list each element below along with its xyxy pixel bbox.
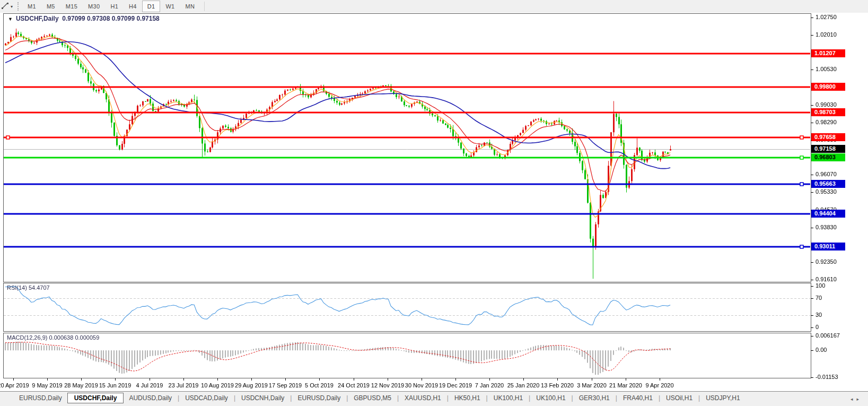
date-axis-label: 13 Feb 2020 — [541, 382, 574, 388]
date-axis-tickmark — [626, 378, 626, 381]
toolbar-grip-handle[interactable] — [17, 2, 19, 11]
macd-canvas[interactable] — [4, 333, 810, 378]
chart-tab-ger30-h1[interactable]: GER30,H1 — [574, 393, 615, 403]
level-price-box: 0.98703 — [811, 108, 845, 116]
date-axis-tickmark — [489, 378, 490, 381]
rsi-canvas[interactable] — [4, 283, 810, 331]
timeframe-button-d1[interactable]: D1 — [142, 1, 161, 12]
toolbar-separator — [204, 2, 205, 11]
date-axis-tickmark — [557, 378, 558, 381]
price-axis-tick-label: 0.98290 — [816, 119, 837, 125]
chart-tab-usdcnh-daily[interactable]: USDCNH,Daily — [236, 393, 290, 403]
chart-tab-eurusd-daily[interactable]: EURUSD,Daily — [292, 393, 346, 403]
date-axis-tickmark — [455, 378, 456, 381]
timeframe-button-h4[interactable]: H4 — [124, 1, 142, 12]
date-axis-tickmark — [217, 378, 218, 381]
date-axis-label: 9 May 2019 — [32, 382, 62, 388]
level-price-box: 1.01207 — [811, 49, 845, 57]
rsi-indicator-panel: RSI(14) 54.4707 — [3, 283, 811, 332]
date-axis-label: 17 Sep 2019 — [269, 382, 302, 388]
rsi-axis-tick-label: 70 — [816, 295, 822, 301]
rsi-axis-tick-label: 30 — [816, 312, 822, 318]
date-axis-label: 28 May 2019 — [64, 382, 98, 388]
chart-symbol-label: USDCHF,Daily — [16, 15, 59, 22]
chart-ohlc-values: 0.97099 0.97308 0.97099 0.97158 — [62, 15, 160, 22]
date-axis-tickmark — [523, 378, 524, 381]
chevron-down-icon: ▾ — [11, 4, 13, 9]
level-price-box: 0.95663 — [811, 180, 845, 188]
chart-tab-bar: EURUSD,DailyUSDCHF,DailyAUDUSD,Daily|USD… — [0, 391, 868, 406]
tabs-scroll-left-icon[interactable]: ◂ — [851, 396, 857, 402]
date-axis-label: 9 Apr 2020 — [645, 382, 673, 388]
chart-tab-hk50-h1[interactable]: HK50,H1 — [449, 393, 486, 403]
date-axis-label: 21 Mar 2020 — [609, 382, 642, 388]
timeframe-button-h1[interactable]: H1 — [105, 1, 124, 12]
date-axis-label: 23 Jul 2019 — [169, 382, 199, 388]
price-axis-tick-label: 0.97550 — [816, 136, 837, 143]
timeframe-toolbar: ▾ M1M5M15M30H1H4D1W1MN — [0, 0, 868, 13]
date-axis-tickmark — [183, 378, 184, 381]
rsi-axis-tick-label: 100 — [816, 282, 825, 289]
chart-tab-fra40-h1[interactable]: FRA40,H1 — [618, 393, 658, 403]
timeframe-buttons: M1M5M15M30H1H4D1W1MN — [22, 1, 200, 12]
tabs-scroll-right-icon[interactable]: ▸ — [856, 396, 863, 402]
date-axis-tickmark — [319, 378, 320, 381]
price-axis-tick-label: 0.93830 — [816, 224, 837, 230]
rsi-label: RSI(14) 54.4707 — [7, 284, 50, 291]
price-axis-tick-label: 1.00530 — [816, 66, 837, 72]
date-axis-label: 3 Mar 2020 — [577, 382, 607, 388]
timeframe-button-m15[interactable]: M15 — [60, 1, 83, 12]
macd-axis-tick-label: 0.00 — [816, 347, 827, 353]
chart-tabs: EURUSD,DailyUSDCHF,DailyAUDUSD,Daily|USD… — [14, 393, 746, 403]
level-price-box: 0.97658 — [811, 133, 845, 141]
date-axis-tickmark — [115, 378, 116, 381]
rsi-axis-tick-label: 0 — [816, 324, 819, 330]
date-axis-tickmark — [13, 378, 14, 381]
date-axis-tickmark — [388, 378, 388, 381]
level-price-box: 0.94404 — [811, 210, 845, 218]
current-price-box: 0.97158 — [811, 145, 845, 153]
timeframe-button-m1[interactable]: M1 — [22, 1, 41, 12]
level-price-box: 0.99800 — [811, 83, 845, 91]
timeframe-button-w1[interactable]: W1 — [160, 1, 180, 12]
date-axis-tickmark — [150, 378, 150, 381]
level-price-box: 0.93011 — [811, 243, 845, 250]
timeframe-button-mn[interactable]: MN — [180, 1, 200, 12]
price-chart-canvas[interactable] — [4, 14, 810, 282]
chart-tab-usdcad-daily[interactable]: USDCAD,Daily — [180, 393, 233, 403]
chart-tab-usdchf-daily[interactable]: USDCHF,Daily — [67, 393, 124, 403]
chart-tab-usdjpy-h1[interactable]: USDJPY,H1 — [700, 393, 745, 403]
date-axis-tickmark — [47, 378, 48, 381]
trendline-tool-icon — [1, 2, 9, 11]
chart-tab-uk100-h1[interactable]: UK100,H1 — [488, 393, 528, 403]
macd-label: MACD(12,26,9) 0.000638 0.000059 — [7, 334, 99, 341]
date-axis-label: 19 Dec 2019 — [439, 382, 472, 388]
price-axis-tick-label: 0.92350 — [816, 258, 837, 265]
chart-tool-button[interactable]: ▾ — [0, 0, 15, 13]
price-axis-tick-label: 0.96070 — [816, 171, 837, 177]
chart-tab-uk100-h1[interactable]: UK100,H1 — [531, 393, 571, 403]
date-axis-tickmark — [660, 378, 660, 381]
price-axis-tick-label: 1.02010 — [816, 31, 837, 38]
timeframe-button-m30[interactable]: M30 — [83, 1, 105, 12]
collapse-arrow-icon[interactable]: ▼ — [8, 16, 13, 22]
date-axis-label: 30 Nov 2019 — [405, 382, 438, 388]
chart-tab-gbpusd-m5[interactable]: GBPUSD,M5 — [348, 393, 397, 403]
date-axis-label: 25 Jan 2020 — [507, 382, 540, 388]
date-axis-label: 24 Oct 2019 — [338, 382, 370, 388]
macd-axis-tick-label: -0.01153 — [816, 374, 838, 380]
price-axis-tick-label: 0.94570 — [816, 206, 837, 213]
date-axis-label: 20 Apr 2019 — [0, 382, 29, 388]
date-axis-label: 7 Jan 2020 — [475, 382, 504, 388]
date-axis-label: 5 Oct 2019 — [305, 382, 334, 388]
date-axis-tickmark — [592, 378, 592, 381]
chart-tab-eurusd-daily[interactable]: EURUSD,Daily — [14, 393, 67, 403]
price-axis-tick-label: 0.99030 — [816, 101, 837, 108]
timeframe-button-m5[interactable]: M5 — [41, 1, 60, 12]
chart-tab-xauusd-h1[interactable]: XAUUSD,H1 — [399, 393, 446, 403]
chart-tab-audusd-daily[interactable]: AUDUSD,Daily — [124, 393, 177, 403]
chart-tab-usoil-h1[interactable]: USOil,H1 — [661, 393, 698, 403]
price-chart-panel: ▼USDCHF,Daily 0.97099 0.97308 0.97099 0.… — [3, 13, 811, 282]
macd-indicator-panel: MACD(12,26,9) 0.000638 0.000059 — [3, 333, 811, 378]
date-axis-label: 15 Jun 2019 — [99, 382, 131, 388]
